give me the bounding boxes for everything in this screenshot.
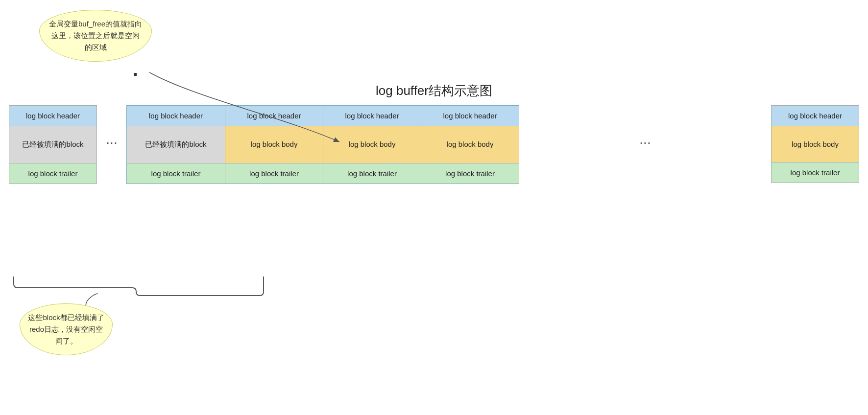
block-group-middle: log block header 已经被填满的block log block t…	[126, 105, 519, 184]
block-trailer-left: log block trailer	[9, 163, 96, 184]
group-block-4: log block header log block body log bloc…	[421, 106, 519, 184]
block-header-right: log block header	[772, 106, 859, 126]
group-block-4-body: log block body	[421, 126, 519, 163]
main-title: log buffer结构示意图	[0, 82, 868, 99]
bubble-top: 全局变量buf_free的值就指向这里，该位置之后就是空闲的区域	[39, 10, 152, 62]
group-block-4-header: log block header	[421, 106, 519, 126]
block-standalone-right: log block header log block body log bloc…	[771, 105, 859, 183]
group-block-2-body: log block body	[225, 126, 323, 163]
group-block-2: log block header log block body log bloc…	[225, 106, 323, 184]
block-standalone-left: log block header 已经被填满的block log block t…	[9, 105, 97, 184]
group-block-1-trailer: log block trailer	[127, 163, 225, 184]
block-trailer-right: log block trailer	[772, 162, 859, 183]
blocks-container: log block header 已经被填满的block log block t…	[9, 105, 859, 184]
block-body-right: log block body	[772, 126, 859, 162]
diagram-arrows	[0, 0, 868, 415]
bubble-bottom: 这些block都已经填满了redo日志，没有空闲空间了。	[20, 303, 113, 355]
group-block-3-body: log block body	[323, 126, 421, 163]
dots-left: ···	[97, 105, 126, 150]
block-body-left: 已经被填满的block	[9, 126, 96, 163]
group-block-1-body: 已经被填满的block	[127, 126, 225, 163]
group-block-1: log block header 已经被填满的block log block t…	[127, 106, 225, 184]
group-block-2-header: log block header	[225, 106, 323, 126]
group-block-3: log block header log block body log bloc…	[323, 106, 421, 184]
group-block-3-trailer: log block trailer	[323, 163, 421, 184]
group-block-2-trailer: log block trailer	[225, 163, 323, 184]
group-block-3-header: log block header	[323, 106, 421, 126]
dots-right: ···	[519, 105, 771, 150]
group-block-4-trailer: log block trailer	[421, 163, 519, 184]
block-header-left: log block header	[9, 106, 96, 126]
group-block-1-header: log block header	[127, 106, 225, 126]
